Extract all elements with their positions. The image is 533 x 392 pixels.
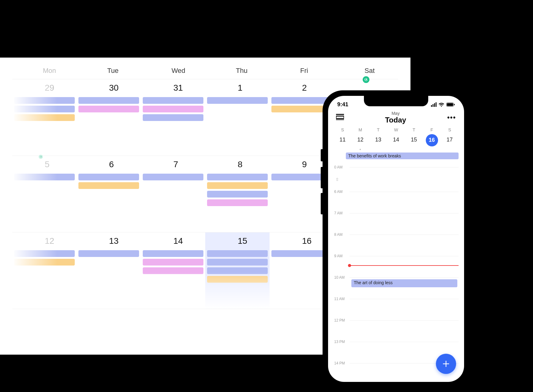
hour-gridline [350, 192, 459, 192]
event-bar[interactable] [78, 250, 139, 257]
phone-device-frame: 9:41 May Today [323, 90, 470, 387]
phone-notch [364, 96, 428, 106]
weekday-label: Mon [12, 67, 77, 75]
event-bar[interactable] [78, 182, 139, 189]
day-number: 14 [143, 236, 203, 246]
event-bar[interactable] [143, 259, 203, 266]
hour-gridline [350, 299, 459, 299]
event-stack [207, 174, 268, 206]
hour-label: 11 AM [334, 297, 345, 301]
status-time: 9:41 [337, 101, 348, 108]
event-bar[interactable] [143, 267, 203, 274]
event-bar[interactable] [207, 259, 268, 266]
event-stack [143, 250, 203, 274]
event-bar[interactable] [143, 114, 203, 121]
header-month-label: May [391, 111, 399, 116]
phone-mute-switch [321, 149, 323, 161]
event-bar[interactable] [78, 106, 139, 112]
battery-icon [446, 103, 455, 107]
event-bar[interactable] [14, 106, 75, 112]
event-stack [14, 250, 75, 266]
hour-gridline [350, 235, 459, 235]
hour-gridline [350, 256, 459, 256]
week-day-number[interactable]: 16 [423, 134, 440, 149]
event-bar[interactable] [14, 174, 75, 180]
event-bar[interactable] [207, 97, 268, 104]
event-stack [78, 250, 139, 257]
event-bar[interactable] [143, 250, 203, 257]
header-title[interactable]: May Today [385, 111, 406, 124]
event-bar[interactable] [78, 97, 139, 104]
week-day-number[interactable]: 13 [369, 134, 387, 149]
allday-event[interactable]: The benefits of work breaks [346, 153, 459, 159]
add-event-button[interactable] [436, 354, 456, 374]
status-indicators [431, 102, 455, 107]
event-bar[interactable] [207, 250, 268, 257]
day-cell[interactable]: 31 [141, 79, 205, 156]
week-day-number[interactable]: 17 [441, 134, 459, 149]
hour-gridline [350, 277, 459, 278]
event-stack [78, 97, 139, 112]
day-cell[interactable]: 30 [77, 79, 141, 156]
day-cell[interactable]: 29 [12, 79, 77, 156]
event-bar[interactable] [14, 259, 75, 266]
hour-label: 8 AM [334, 232, 342, 237]
week-day-number[interactable]: 11 [334, 134, 351, 149]
event-bar[interactable] [143, 97, 203, 104]
hour-label: 12 PM [334, 318, 345, 322]
phone-volume-down [321, 193, 323, 214]
hour-gridline [350, 342, 459, 342]
header-today-label: Today [385, 116, 406, 124]
hour-label: 10 AM [334, 275, 345, 280]
event-bar[interactable] [14, 97, 75, 104]
day-timeline[interactable]: 0 AM6 AM7 AM8 AM9 AM10 AM11 AM12 PM13 PM… [328, 161, 464, 382]
day-number: 2 [271, 83, 332, 93]
week-day-number[interactable]: 14 [387, 134, 405, 149]
phone-screen: 9:41 May Today [328, 96, 464, 382]
timed-event[interactable]: The art of doing less [351, 279, 457, 287]
event-bar[interactable] [143, 106, 203, 112]
day-cell[interactable]: 休5 [12, 156, 77, 232]
day-cell[interactable]: 6 [77, 156, 141, 232]
event-bar[interactable] [207, 191, 268, 198]
day-number: 30 [78, 83, 139, 93]
week-day-number[interactable]: 15 [405, 134, 423, 149]
day-cell[interactable]: 1 [205, 79, 270, 156]
event-bar[interactable] [207, 182, 268, 189]
day-cell[interactable]: 14 [141, 232, 205, 309]
day-number: 31 [143, 83, 203, 93]
app-header: May Today ••• [328, 110, 464, 127]
hour-label: 14 PM [334, 361, 345, 365]
day-cell[interactable]: 12 [12, 232, 77, 309]
event-bar[interactable] [207, 174, 268, 180]
day-cell[interactable]: 15 [205, 232, 270, 309]
day-cell[interactable]: 13 [77, 232, 141, 309]
hour-label: 6 AM [334, 190, 342, 194]
event-bar[interactable] [143, 174, 203, 180]
event-bar[interactable] [78, 174, 139, 180]
event-bar[interactable] [207, 199, 268, 206]
view-switch-button[interactable] [336, 113, 344, 122]
day-cell[interactable]: 8 [205, 156, 270, 232]
week-day-labels-row: S M T W T F S [328, 127, 464, 134]
svg-rect-3 [336, 114, 344, 115]
day-number: 12 [14, 236, 75, 246]
hour-gridline [350, 320, 459, 321]
more-menu-button[interactable]: ••• [447, 114, 456, 122]
weekday-label: Sat [334, 67, 398, 75]
hour-label: 7 AM [334, 211, 342, 215]
hour-gridline [350, 167, 459, 168]
event-bar[interactable] [271, 97, 332, 104]
hour-label: 13 PM [334, 340, 345, 344]
event-bar[interactable] [14, 114, 75, 121]
weekday-label: Fri [270, 67, 334, 75]
weekday-header-row: Mon Tue Wed Thu Fri Sat [12, 58, 398, 79]
day-cell[interactable]: 7 [141, 156, 205, 232]
event-bar[interactable] [14, 250, 75, 257]
collapse-hours-icon[interactable]: ⇳ [335, 177, 339, 182]
week-day-number[interactable]: 12 [351, 134, 369, 149]
weekday-label: Tue [77, 67, 141, 75]
event-bar[interactable] [207, 267, 268, 274]
week-day-label: F [423, 127, 440, 134]
event-bar[interactable] [207, 276, 268, 283]
